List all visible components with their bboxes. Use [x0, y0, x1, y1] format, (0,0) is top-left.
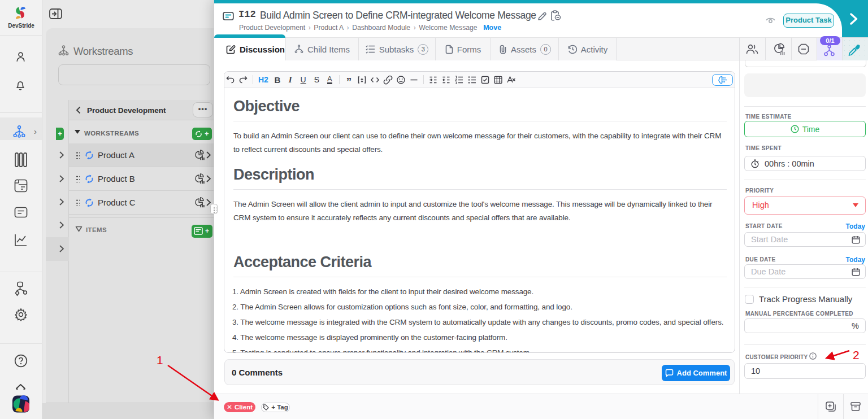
svg-text:2: 2 [853, 348, 860, 361]
svg-text:1: 1 [157, 353, 163, 366]
